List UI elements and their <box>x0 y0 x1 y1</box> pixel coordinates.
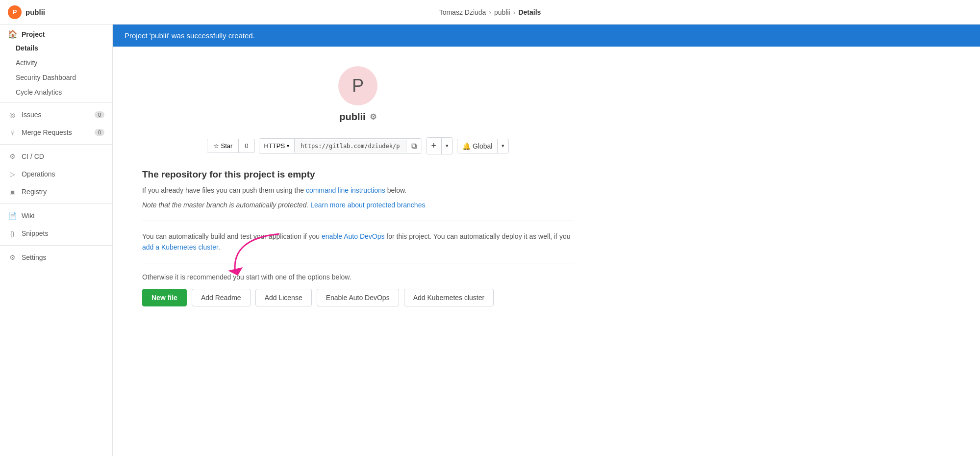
project-title: publii ⚙ <box>339 111 376 123</box>
issues-badge: 0 <box>95 111 104 118</box>
project-settings-icon[interactable]: ⚙ <box>370 112 377 122</box>
sidebar-item-cicd[interactable]: ⚙ CI / CD <box>0 148 112 165</box>
https-label: HTTPS <box>264 142 285 150</box>
breadcrumb-project[interactable]: publii <box>494 8 510 16</box>
sidebar-item-registry[interactable]: ▣ Registry <box>0 183 112 201</box>
sidebar-item-operations[interactable]: ▷ Operations <box>0 165 112 183</box>
sidebar-item-wiki[interactable]: 📄 Wiki <box>0 207 112 225</box>
sidebar-item-cycle[interactable]: Cycle Analytics <box>0 85 112 100</box>
star-count: 0 <box>239 139 254 152</box>
merge-label: Merge Requests <box>22 128 72 136</box>
empty-title: The repository for this project is empty <box>142 169 574 180</box>
wiki-icon: 📄 <box>8 211 17 220</box>
global-label: Global <box>473 142 492 150</box>
breadcrumb-user[interactable]: Tomasz Dziuda <box>439 8 486 16</box>
actions-bar: ☆ Star 0 HTTPS ▾ https://gitlab.com/dziu… <box>142 137 574 154</box>
star-label: Star <box>221 142 233 150</box>
sidebar-item-security[interactable]: Security Dashboard <box>0 70 112 85</box>
devops-text: You can automatically build and test you… <box>142 231 574 253</box>
settings-label: Settings <box>22 253 47 261</box>
kubernetes-link[interactable]: add a Kubernetes cluster <box>142 243 218 251</box>
bell-icon: 🔔 <box>462 142 471 150</box>
sidebar-item-activity[interactable]: Activity <box>0 55 112 70</box>
registry-icon: ▣ <box>8 187 17 196</box>
options-text: Otherwise it is recommended you start wi… <box>142 273 574 281</box>
snippets-icon: {} <box>8 229 17 238</box>
bell-button[interactable]: 🔔 Global <box>457 139 498 153</box>
operations-label: Operations <box>22 170 55 178</box>
sidebar-sub-items: Details Activity Security Dashboard Cycl… <box>0 41 112 100</box>
flash-message: Project 'publii' was successfully create… <box>113 25 980 47</box>
cicd-label: CI / CD <box>22 152 44 160</box>
plus-group: + ▾ <box>426 137 453 154</box>
breadcrumb: Tomasz Dziuda › publii › Details <box>439 8 541 16</box>
bell-dropdown-button[interactable]: ▾ <box>498 140 508 152</box>
copy-url-button[interactable]: ⧉ <box>406 139 422 153</box>
sidebar-item-settings[interactable]: ⚙ Settings <box>0 249 112 266</box>
settings-icon: ⚙ <box>8 253 17 262</box>
project-icon: 🏠 <box>8 29 18 39</box>
add-kubernetes-button[interactable]: Add Kubernetes cluster <box>404 289 494 306</box>
breadcrumb-current: Details <box>518 8 541 16</box>
https-group: HTTPS ▾ https://gitlab.com/dziudek/p ⧉ <box>259 138 422 154</box>
sidebar-item-merge-requests[interactable]: ⑂ Merge Requests 0 <box>0 124 112 141</box>
project-name-top: publii <box>25 8 45 16</box>
https-button[interactable]: HTTPS ▾ <box>259 139 295 152</box>
issues-icon: ◎ <box>8 110 17 119</box>
sidebar-item-snippets[interactable]: {} Snippets <box>0 225 112 242</box>
issues-label: Issues <box>22 111 41 119</box>
star-button[interactable]: ☆ Star <box>207 139 239 152</box>
breadcrumb-sep1: › <box>489 8 491 16</box>
bell-group: 🔔 Global ▾ <box>457 139 509 153</box>
devops-section: You can automatically build and test you… <box>142 231 574 253</box>
snippets-label: Snippets <box>22 229 48 237</box>
sidebar-item-issues[interactable]: ◎ Issues 0 <box>0 106 112 124</box>
new-file-button[interactable]: New file <box>142 289 187 306</box>
command-line-link[interactable]: command line instructions <box>306 186 385 194</box>
protected-branches-link[interactable]: Learn more about protected branches <box>310 201 425 209</box>
enable-auto-devops-button[interactable]: Enable Auto DevOps <box>317 289 399 306</box>
plus-button[interactable]: + <box>427 138 442 154</box>
project-avatar: P <box>338 66 377 105</box>
logo-avatar: P <box>8 5 22 19</box>
merge-badge: 0 <box>95 129 104 136</box>
push-text: If you already have files you can push t… <box>142 185 574 196</box>
empty-repo-section: The repository for this project is empty… <box>142 169 574 211</box>
cicd-icon: ⚙ <box>8 152 17 161</box>
add-license-button[interactable]: Add License <box>255 289 312 306</box>
auto-devops-link[interactable]: enable Auto DevOps <box>322 232 384 240</box>
note-text: Note that the master branch is automatic… <box>142 200 574 210</box>
star-group: ☆ Star 0 <box>207 139 255 153</box>
wiki-label: Wiki <box>22 212 34 220</box>
operations-icon: ▷ <box>8 170 17 178</box>
breadcrumb-sep2: › <box>513 8 516 16</box>
add-readme-button[interactable]: Add Readme <box>192 289 251 306</box>
merge-icon: ⑂ <box>8 128 17 137</box>
clone-url: https://gitlab.com/dziudek/p <box>295 140 406 152</box>
plus-dropdown-button[interactable]: ▾ <box>442 140 452 152</box>
star-icon: ☆ <box>213 142 219 150</box>
action-buttons: New file Add Readme Add License Enable A… <box>142 289 574 306</box>
app-logo[interactable]: P publii <box>8 5 45 19</box>
sidebar-item-details[interactable]: Details <box>0 41 112 55</box>
https-chevron-icon: ▾ <box>287 143 289 149</box>
sidebar-project-label: Project <box>22 30 45 38</box>
registry-label: Registry <box>22 188 47 196</box>
